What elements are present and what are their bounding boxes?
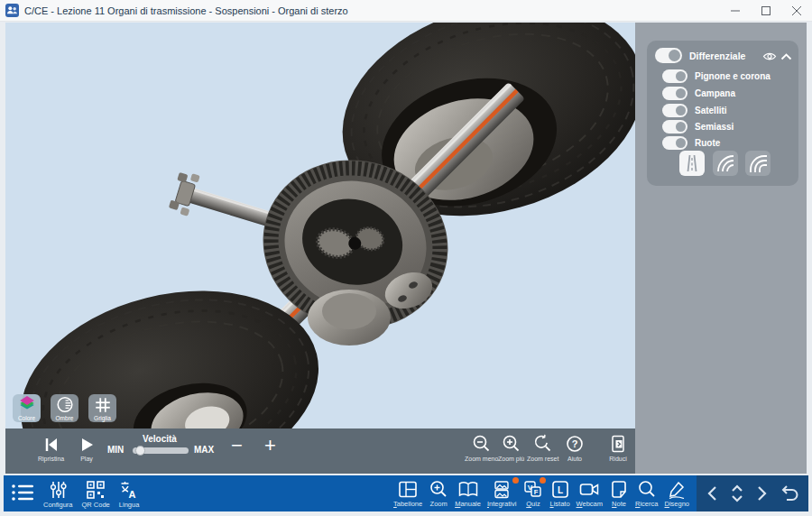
campana-toggle[interactable] [662,87,687,100]
titlebar: C/CE - Lezione 11 Organi di trasmissione… [0,0,812,22]
next-button[interactable] [754,485,769,502]
ombre-button[interactable]: Ombre [51,394,78,422]
quiz-button[interactable]: V F Quiz [522,475,543,511]
qr-code-icon [86,480,106,500]
application-window: C/CE - Lezione 11 Organi di trasmissione… [0,0,812,516]
help-button[interactable]: ? Aiuto [565,434,585,462]
search-icon [637,480,657,499]
tabellone-button[interactable]: Tabellone [393,475,422,511]
right-sidebar: Differenziale Pignone e corona Campana S… [635,23,807,474]
straight-road-button[interactable] [679,151,705,176]
ricerca-button[interactable]: Ricerca [635,475,658,511]
notification-badge [512,477,519,484]
restart-button[interactable]: Ripristina [38,436,64,462]
zoom-in-icon [502,434,521,454]
magnifier-plus-icon [429,480,448,499]
qr-code-button[interactable]: QR Code [82,475,110,509]
grid-icon [94,396,112,414]
curved-road-icon [715,153,735,173]
chevron-right-icon [754,485,769,502]
skip-start-icon [42,436,61,454]
play-button[interactable]: Play [78,436,96,462]
menu-list-icon [11,483,34,502]
speed-min-label: MIN [107,445,124,455]
zoom-reset-button[interactable]: Zoom reset [527,434,558,462]
eye-icon[interactable] [762,51,777,61]
minimize-icon [731,6,740,15]
notification-badge [540,477,546,484]
chevrons-up-down-icon [729,484,745,503]
layers-icon [18,395,36,413]
ombre-label: Ombre [51,415,78,421]
webcam-button[interactable]: Webcam [577,475,603,511]
pignone-toggle[interactable] [662,69,687,83]
speed-minus-button[interactable]: − [231,436,243,456]
shadow-sphere-icon [56,396,74,414]
chevron-left-icon [706,485,720,502]
zoom-in-button[interactable]: Zoom più [498,434,524,462]
note-button[interactable]: Note [609,475,629,511]
griglia-label: Griglia [88,415,116,421]
speed-slider-knob[interactable] [135,446,145,456]
collapse-bar-button[interactable]: Riduci [608,434,628,462]
close-button[interactable] [781,0,812,21]
3d-viewport[interactable] [5,23,635,428]
sliders-icon [48,480,68,500]
manuale-button[interactable]: Manuale [455,475,481,511]
sharp-curved-road-icon [748,153,768,173]
semiassi-toggle[interactable] [662,120,687,134]
colore-button[interactable]: Colore [13,394,41,422]
axle-differential-scene [5,23,635,428]
maximize-icon [761,6,770,15]
svg-text:?: ? [572,438,578,449]
zoom-out-icon [472,434,492,454]
colore-label: Colore [13,415,41,421]
note-icon [609,480,629,499]
playback-controlbar: Ripristina Play Velocità MIN MAX − + Zoo… [5,428,635,474]
webcam-icon [578,480,600,499]
differenziale-toggle[interactable] [655,48,682,63]
svg-text:A: A [129,489,136,500]
panel-title: Differenziale [689,51,745,61]
collapse-panel-icon [608,434,628,454]
speed-label: Velocità [131,434,189,444]
play-icon [78,436,96,454]
speed-max-label: MAX [194,445,214,455]
zoom-reset-icon [533,434,553,454]
board-icon [398,480,418,499]
app-users-icon [5,4,19,17]
images-icon [492,480,512,499]
disegno-button[interactable]: Disegno [664,475,689,511]
maximize-button[interactable] [751,0,781,21]
griglia-button[interactable]: Griglia [88,394,116,422]
sharp-curved-road-button[interactable] [745,151,770,176]
curved-road-button[interactable] [713,151,738,176]
previous-button[interactable] [706,485,720,502]
lingua-button[interactable]: A Lingua [119,475,140,509]
pen-draw-icon [667,480,687,499]
open-book-icon [457,480,479,499]
differential-layers-panel: Differenziale Pignone e corona Campana S… [647,41,798,186]
lesson-navigation [697,475,808,511]
help-icon: ? [565,434,585,454]
main-toolbar: Configura QR Code A [4,475,808,511]
speed-plus-button[interactable]: + [264,436,276,456]
return-arrow-icon [778,484,799,503]
return-button[interactable] [778,484,799,503]
minimize-button[interactable] [720,0,751,21]
svg-text:L: L [557,485,562,495]
zoom-tool-button[interactable]: Zoom [429,475,448,511]
integrativi-button[interactable]: Integrativi [487,475,517,511]
menu-button[interactable] [11,475,34,502]
window-title: C/CE - Lezione 11 Organi di trasmissione… [24,5,348,16]
ruote-toggle[interactable] [662,136,687,150]
chevron-up-icon[interactable] [780,53,792,60]
index-button[interactable] [729,484,745,503]
translate-icon: A [119,480,139,500]
zoom-out-button[interactable]: Zoom meno [465,434,498,462]
listato-button[interactable]: L Listato [549,475,569,511]
configura-button[interactable]: Configura [43,475,73,509]
speed-slider[interactable] [133,447,189,454]
satelliti-toggle[interactable] [662,104,687,117]
straight-road-icon [682,153,702,173]
